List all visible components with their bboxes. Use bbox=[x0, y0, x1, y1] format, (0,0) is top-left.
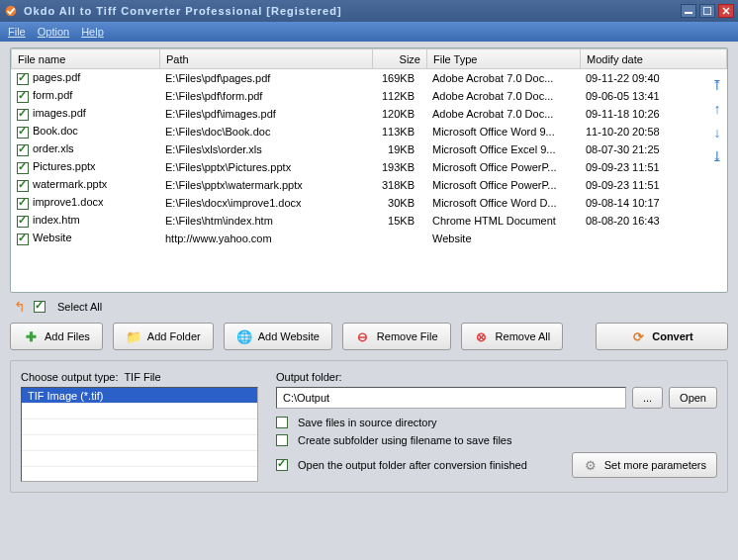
row-checkbox[interactable] bbox=[17, 73, 29, 85]
remove-all-button[interactable]: ⊗Remove All bbox=[461, 323, 564, 350]
globe-icon: 🌐 bbox=[236, 328, 252, 344]
save-source-checkbox[interactable] bbox=[276, 417, 288, 428]
file-list-panel: File name Path Size File Type Modify dat… bbox=[10, 47, 728, 293]
table-header-row: File name Path Size File Type Modify dat… bbox=[12, 49, 727, 69]
table-row[interactable]: improve1.docxE:\Files\docx\improve1.docx… bbox=[11, 194, 727, 212]
move-bottom-icon[interactable]: ⤓ bbox=[710, 148, 724, 162]
row-checkbox[interactable] bbox=[17, 144, 29, 156]
output-type-label: Choose output type: TIF File bbox=[21, 371, 258, 383]
table-row[interactable]: form.pdfE:\Files\pdf\form.pdf112KBAdobe … bbox=[11, 87, 727, 105]
open-folder-button[interactable]: Open bbox=[669, 387, 717, 409]
col-modify[interactable]: Modify date bbox=[581, 49, 727, 69]
set-more-parameters-button[interactable]: ⚙Set more parameters bbox=[572, 452, 717, 478]
app-logo-icon bbox=[4, 4, 18, 18]
close-button[interactable] bbox=[718, 4, 734, 18]
remove-file-button[interactable]: ⊖Remove File bbox=[342, 323, 451, 350]
svg-point-0 bbox=[6, 6, 17, 17]
open-after-checkbox[interactable] bbox=[276, 459, 288, 471]
table-row[interactable]: index.htmE:\Files\htm\index.htm15KBChrom… bbox=[11, 212, 727, 230]
output-folder-label: Output folder: bbox=[276, 371, 717, 383]
row-checkbox[interactable] bbox=[17, 127, 29, 139]
table-row[interactable]: Websitehttp://www.yahoo.comWebsite bbox=[11, 230, 727, 247]
maximize-button[interactable] bbox=[699, 4, 715, 18]
save-source-label: Save files in source directory bbox=[298, 417, 437, 428]
menubar: File Option Help bbox=[0, 22, 738, 42]
table-row[interactable]: Pictures.pptxE:\Files\pptx\Pictures.pptx… bbox=[11, 158, 727, 176]
up-folder-icon[interactable]: ↰ bbox=[14, 299, 26, 315]
add-folder-button[interactable]: 📁Add Folder bbox=[113, 323, 214, 350]
col-filetype[interactable]: File Type bbox=[427, 49, 581, 69]
menu-file[interactable]: File bbox=[8, 26, 26, 38]
row-checkbox[interactable] bbox=[17, 180, 29, 192]
titlebar: Okdo All to Tiff Converter Professional … bbox=[0, 0, 738, 22]
row-checkbox[interactable] bbox=[17, 91, 29, 103]
select-all-label: Select All bbox=[57, 301, 102, 313]
remove-all-icon: ⊗ bbox=[474, 328, 490, 344]
row-checkbox[interactable] bbox=[17, 162, 29, 174]
convert-icon: ⟳ bbox=[630, 328, 646, 344]
create-subfolder-checkbox[interactable] bbox=[276, 434, 288, 446]
table-row[interactable]: pages.pdfE:\Files\pdf\pages.pdf169KBAdob… bbox=[11, 69, 727, 87]
create-subfolder-label: Create subfolder using filename to save … bbox=[298, 434, 511, 446]
add-website-button[interactable]: 🌐Add Website bbox=[224, 323, 332, 350]
row-checkbox[interactable] bbox=[17, 216, 29, 228]
folder-icon: 📁 bbox=[126, 328, 141, 344]
add-files-button[interactable]: ✚Add Files bbox=[10, 323, 103, 350]
row-checkbox[interactable] bbox=[17, 233, 29, 245]
output-type-list[interactable]: TIF Image (*.tif) bbox=[21, 387, 258, 482]
move-top-icon[interactable]: ⤒ bbox=[710, 77, 724, 91]
browse-button[interactable]: ... bbox=[632, 387, 663, 409]
select-all-checkbox[interactable] bbox=[34, 301, 46, 313]
col-size[interactable]: Size bbox=[373, 49, 427, 69]
open-after-label: Open the output folder after conversion … bbox=[298, 459, 527, 471]
menu-help[interactable]: Help bbox=[81, 26, 104, 38]
menu-option[interactable]: Option bbox=[38, 26, 69, 38]
table-row[interactable]: order.xlsE:\Files\xls\order.xls19KBMicro… bbox=[11, 140, 727, 158]
move-down-icon[interactable]: ↓ bbox=[710, 125, 724, 139]
convert-button[interactable]: ⟳Convert bbox=[596, 323, 728, 350]
output-folder-input[interactable] bbox=[276, 387, 626, 409]
gear-icon: ⚙ bbox=[583, 457, 599, 473]
svg-rect-2 bbox=[703, 7, 711, 15]
table-row[interactable]: Book.docE:\Files\doc\Book.doc113KBMicros… bbox=[11, 123, 727, 140]
col-path[interactable]: Path bbox=[160, 49, 373, 69]
window-title: Okdo All to Tiff Converter Professional … bbox=[24, 5, 681, 17]
minus-icon: ⊖ bbox=[355, 328, 371, 344]
row-checkbox[interactable] bbox=[17, 198, 29, 210]
table-row[interactable]: watermark.pptxE:\Files\pptx\watermark.pp… bbox=[11, 176, 727, 194]
list-item[interactable]: TIF Image (*.tif) bbox=[22, 388, 257, 404]
table-row[interactable]: images.pdfE:\Files\pdf\images.pdf120KBAd… bbox=[11, 105, 727, 123]
reorder-arrows: ⤒ ↑ ↓ ⤓ bbox=[710, 77, 724, 162]
row-checkbox[interactable] bbox=[17, 109, 29, 121]
move-up-icon[interactable]: ↑ bbox=[710, 101, 724, 115]
plus-icon: ✚ bbox=[23, 328, 39, 344]
minimize-button[interactable] bbox=[681, 4, 696, 18]
svg-rect-1 bbox=[685, 12, 692, 14]
col-filename[interactable]: File name bbox=[12, 49, 160, 69]
